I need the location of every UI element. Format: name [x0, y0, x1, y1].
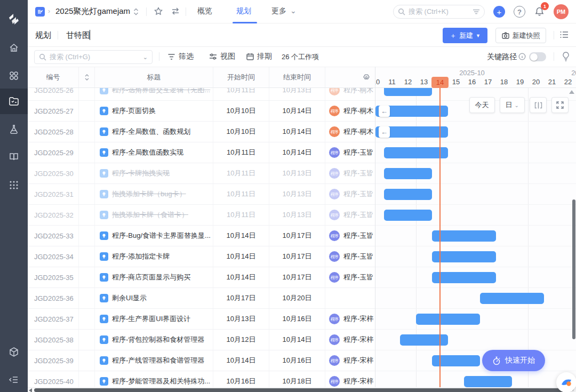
assignee-cell[interactable]: 程序程序-桐木	[325, 122, 375, 142]
assignee-cell[interactable]: 程序程序-桐木	[325, 101, 375, 121]
start-date[interactable]: 10月14日	[213, 267, 269, 287]
assignee-cell[interactable]: 程序程序-宋梓	[325, 309, 375, 329]
search-filter-icon[interactable]	[473, 9, 480, 15]
horizontal-scrollbar[interactable]	[28, 387, 576, 392]
assignee-cell[interactable]: 程序程序-宋梓	[325, 371, 375, 387]
table-row-JGD2025-30[interactable]: JGD2025-30程序-卡牌拖拽实现10月11日10月13日程序程序-玉皆	[28, 163, 375, 184]
start-date[interactable]: 10月14日	[213, 246, 269, 267]
sidebar-item-testlab[interactable]	[0, 116, 28, 142]
end-date[interactable]: 10月14日	[269, 101, 325, 121]
work-item-title[interactable]: 程序-卡牌拖拽实现	[112, 169, 170, 178]
gantt-bar-JGD2025-31[interactable]	[384, 189, 432, 200]
start-date[interactable]: 10月16日	[213, 371, 269, 387]
column-header-id[interactable]: 编号	[28, 67, 79, 87]
table-search-input[interactable]: 搜索 (Ctrl+G) ⌄	[34, 50, 153, 64]
fit-to-screen-button[interactable]	[530, 97, 547, 113]
gantt-bar-JGD2025-36[interactable]	[480, 293, 544, 304]
assignee-cell[interactable]: 程序程序-桐木	[325, 88, 375, 100]
gantt-bar-JGD2025-40[interactable]	[464, 376, 512, 387]
start-date[interactable]: 10月14日	[213, 350, 269, 371]
tips-lightbulb-icon[interactable]	[561, 51, 571, 64]
table-row-JGD2025-32[interactable]: JGD2025-32拖拽添加卡牌（食谱卡）10月11日10月13日程序程序-玉皆	[28, 205, 375, 226]
end-date[interactable]: 10月17日	[269, 246, 325, 267]
sidebar-collapse-button[interactable]	[0, 367, 28, 392]
work-item-title[interactable]: 程序-选角界面交互逻辑（无图...	[112, 88, 210, 95]
table-row-JGD2025-37[interactable]: JGD2025-37程序-生产界面UI界面设计10月13日10月16日程序程序-…	[28, 309, 375, 330]
end-date[interactable]: 10月18日	[269, 371, 325, 387]
tab-overview[interactable]: 概览	[197, 6, 212, 16]
gantt-bar-JGD2025-30[interactable]	[384, 168, 432, 179]
assignee-cell[interactable]: 程序程序-宋梓	[325, 330, 375, 350]
gantt-bar-JGD2025-38[interactable]	[400, 334, 448, 346]
compare-swap-icon[interactable]	[171, 6, 180, 18]
tab-more[interactable]: 更多	[271, 6, 286, 16]
end-date[interactable]: 10月14日	[269, 122, 325, 142]
sidebar-item-home[interactable]	[0, 35, 28, 61]
start-date[interactable]: 10月11日	[213, 142, 269, 163]
work-item-title[interactable]: 程序-产线管理器和食谱管理器	[112, 356, 204, 365]
table-row-JGD2025-29[interactable]: JGD2025-29程序-全局数值函数实现10月11日10月14日程序程序-玉皆	[28, 142, 375, 163]
gantt-bar-JGD2025-37[interactable]	[416, 314, 480, 325]
gantt-bar-JGD2025-29[interactable]	[384, 147, 448, 158]
assistant-bubble[interactable]	[556, 372, 576, 392]
table-row-JGD2025-33[interactable]: JGD2025-33程序-Bug/食谱卡主界面替换显...10月14日10月17…	[28, 226, 375, 246]
section-label-planning[interactable]: 规划	[35, 30, 51, 41]
start-date[interactable]: 10月14日	[213, 226, 269, 246]
column-header-end[interactable]: 结束时间	[269, 67, 325, 87]
work-item-title[interactable]: 拖拽添加卡牌（bug卡）	[112, 189, 186, 199]
assignee-cell[interactable]: 程序程序-玉皆	[325, 184, 375, 204]
assignee-cell[interactable]: 程序程序-宋梓	[325, 350, 375, 371]
start-date[interactable]: 10月11日	[213, 184, 269, 204]
table-row-JGD2025-34[interactable]: JGD2025-34程序-添加指定卡牌10月14日10月17日程序程序-玉皆	[28, 246, 375, 267]
end-date[interactable]: 10月17日	[269, 267, 325, 287]
gantt-bar-JGD2025-32[interactable]	[384, 210, 432, 221]
horizontal-scrollbar-thumb[interactable]	[34, 388, 566, 392]
tab-more-chevron-icon[interactable]: ⌄	[290, 6, 297, 15]
work-item-title[interactable]: 剩余UI显示	[112, 293, 147, 303]
table-row-JGD2025-31[interactable]: JGD2025-31拖拽添加卡牌（bug卡）10月11日10月13日程序程序-玉…	[28, 184, 375, 205]
time-unit-dropdown[interactable]: 日 ⌄	[500, 97, 525, 113]
end-date[interactable]: 10月14日	[269, 142, 325, 163]
breadcrumb-project-title[interactable]: 2025聚光灯gamejam	[55, 6, 130, 17]
gantt-bar-JGD2025-34[interactable]	[432, 251, 496, 262]
view-title-gantt[interactable]: 甘特图	[66, 30, 90, 41]
end-date[interactable]: 10月17日	[269, 226, 325, 246]
quick-start-button[interactable]: 快速开始	[482, 350, 545, 371]
end-date[interactable]: 10月16日	[269, 350, 325, 371]
scroll-left-arrow[interactable]	[29, 388, 32, 392]
sidebar-item-projects[interactable]	[0, 89, 28, 114]
work-item-title[interactable]: 程序-Bug/食谱卡主界面替换显...	[112, 231, 211, 241]
work-item-title[interactable]: 程序-背包控制器和食材管理器	[112, 335, 204, 345]
start-date[interactable]: 10月11日	[213, 88, 269, 100]
global-search-input[interactable]: 搜索 (Ctrl+K)	[393, 5, 485, 19]
sidebar-item-workbench[interactable]	[0, 63, 28, 89]
sidebar-item-wiki[interactable]	[0, 144, 28, 170]
project-icon[interactable]	[35, 7, 45, 17]
start-date[interactable]: 10月11日	[213, 205, 269, 225]
table-row-JGD2025-39[interactable]: JGD2025-39程序-产线管理器和食谱管理器10月14日10月16日程序程序…	[28, 350, 375, 371]
column-sort-icon[interactable]	[79, 67, 95, 87]
new-snapshot-button[interactable]: 新建快照	[495, 28, 546, 43]
assignee-cell[interactable]	[325, 288, 375, 308]
help-button[interactable]: ?	[514, 6, 525, 18]
sidebar-item-apps-grid[interactable]	[0, 172, 28, 198]
today-button[interactable]: 今天	[469, 97, 495, 113]
view-settings-button[interactable]: 视图	[209, 52, 235, 61]
start-date[interactable]: 10月10日	[213, 101, 269, 121]
end-date[interactable]: 10月13日	[269, 88, 325, 100]
tab-planning[interactable]: 规划	[236, 6, 251, 16]
end-date[interactable]: 10月14日	[269, 330, 325, 350]
column-settings-gear-icon[interactable]	[362, 73, 371, 82]
favorite-star-icon[interactable]	[154, 6, 163, 18]
view-list-icon[interactable]	[560, 31, 569, 41]
gantt-bar-JGD2025-33[interactable]	[432, 230, 496, 242]
start-date[interactable]: 10月13日	[213, 309, 269, 329]
critical-path-toggle[interactable]	[529, 52, 546, 61]
work-item-title[interactable]: 程序-页面切换	[112, 106, 156, 116]
work-item-title[interactable]: 程序-生产界面UI界面设计	[112, 314, 190, 324]
table-row-JGD2025-27[interactable]: JGD2025-27程序-页面切换10月10日10月14日程序程序-桐木	[28, 101, 375, 122]
schedule-button[interactable]: 排期	[246, 52, 272, 61]
start-date[interactable]: 10月11日	[213, 163, 269, 183]
new-item-button[interactable]: ＋ 新建 ▼	[443, 28, 487, 43]
chevron-down-icon[interactable]: ⌄	[143, 54, 148, 61]
